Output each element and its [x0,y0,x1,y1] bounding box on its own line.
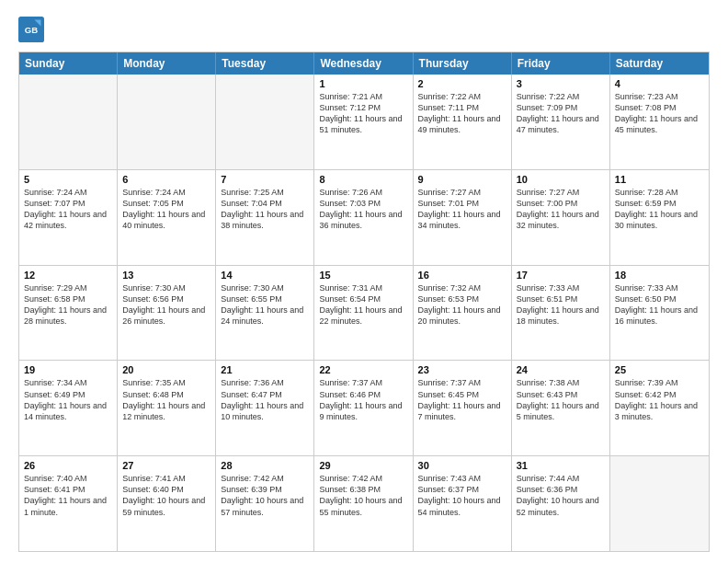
calendar-body: 1Sunrise: 7:21 AM Sunset: 7:12 PM Daylig… [19,75,709,551]
day-number: 18 [615,270,704,281]
day-info: Sunrise: 7:33 AM Sunset: 6:51 PM Dayligh… [517,282,605,327]
day-number: 6 [122,174,210,185]
calendar-cell: 19Sunrise: 7:34 AM Sunset: 6:49 PM Dayli… [19,361,118,455]
calendar-header: SundayMondayTuesdayWednesdayThursdayFrid… [19,52,709,75]
calendar-cell: 12Sunrise: 7:29 AM Sunset: 6:58 PM Dayli… [19,266,118,361]
calendar-row-2: 5Sunrise: 7:24 AM Sunset: 7:07 PM Daylig… [19,169,709,265]
day-number: 15 [319,270,407,281]
day-number: 2 [418,78,506,89]
day-info: Sunrise: 7:44 AM Sunset: 6:36 PM Dayligh… [517,473,605,518]
calendar-cell: 10Sunrise: 7:27 AM Sunset: 7:00 PM Dayli… [512,170,610,265]
day-number: 8 [319,174,407,185]
calendar-cell: 8Sunrise: 7:26 AM Sunset: 7:03 PM Daylig… [314,170,413,265]
calendar-cell: 26Sunrise: 7:40 AM Sunset: 6:41 PM Dayli… [19,456,118,551]
day-info: Sunrise: 7:25 AM Sunset: 7:04 PM Dayligh… [221,187,309,232]
calendar-cell [19,75,118,169]
calendar-cell: 16Sunrise: 7:32 AM Sunset: 6:53 PM Dayli… [414,266,512,361]
calendar-cell: 7Sunrise: 7:25 AM Sunset: 7:04 PM Daylig… [216,170,314,265]
day-number: 13 [122,270,210,281]
page: GB SundayMondayTuesdayWednesdayThursdayF… [0,0,728,563]
day-number: 16 [418,270,506,281]
calendar-cell: 17Sunrise: 7:33 AM Sunset: 6:51 PM Dayli… [512,266,610,361]
day-number: 20 [122,364,210,375]
calendar-cell: 11Sunrise: 7:28 AM Sunset: 6:59 PM Dayli… [610,170,709,265]
calendar-cell: 21Sunrise: 7:36 AM Sunset: 6:47 PM Dayli… [216,361,314,455]
calendar-cell: 3Sunrise: 7:22 AM Sunset: 7:09 PM Daylig… [512,75,610,169]
svg-text:GB: GB [25,25,38,35]
day-info: Sunrise: 7:27 AM Sunset: 7:00 PM Dayligh… [517,187,605,232]
calendar-cell: 20Sunrise: 7:35 AM Sunset: 6:48 PM Dayli… [118,361,216,455]
day-number: 1 [319,78,407,89]
calendar-row-3: 12Sunrise: 7:29 AM Sunset: 6:58 PM Dayli… [19,265,709,361]
day-info: Sunrise: 7:39 AM Sunset: 6:42 PM Dayligh… [615,377,704,422]
calendar-cell: 18Sunrise: 7:33 AM Sunset: 6:50 PM Dayli… [610,266,709,361]
calendar-cell [216,75,314,169]
calendar-cell: 28Sunrise: 7:42 AM Sunset: 6:39 PM Dayli… [216,456,314,551]
calendar-cell: 23Sunrise: 7:37 AM Sunset: 6:45 PM Dayli… [414,361,512,455]
logo-icon: GB [18,17,44,42]
day-number: 24 [517,364,605,375]
day-info: Sunrise: 7:38 AM Sunset: 6:43 PM Dayligh… [517,377,605,422]
day-number: 22 [319,364,407,375]
logo: GB [18,17,50,42]
day-info: Sunrise: 7:21 AM Sunset: 7:12 PM Dayligh… [319,91,407,136]
day-number: 11 [615,174,704,185]
calendar-cell: 15Sunrise: 7:31 AM Sunset: 6:54 PM Dayli… [314,266,413,361]
day-info: Sunrise: 7:24 AM Sunset: 7:07 PM Dayligh… [24,187,112,232]
header-cell-monday: Monday [118,52,216,75]
calendar-cell: 9Sunrise: 7:27 AM Sunset: 7:01 PM Daylig… [414,170,512,265]
day-number: 26 [24,460,112,471]
calendar: SundayMondayTuesdayWednesdayThursdayFrid… [18,52,710,552]
calendar-cell: 27Sunrise: 7:41 AM Sunset: 6:40 PM Dayli… [118,456,216,551]
calendar-cell: 29Sunrise: 7:42 AM Sunset: 6:38 PM Dayli… [314,456,413,551]
day-number: 19 [24,364,112,375]
day-number: 9 [418,174,506,185]
calendar-cell: 22Sunrise: 7:37 AM Sunset: 6:46 PM Dayli… [314,361,413,455]
calendar-cell: 2Sunrise: 7:22 AM Sunset: 7:11 PM Daylig… [414,75,512,169]
day-info: Sunrise: 7:30 AM Sunset: 6:55 PM Dayligh… [221,282,309,327]
day-info: Sunrise: 7:42 AM Sunset: 6:38 PM Dayligh… [319,473,407,518]
calendar-cell: 31Sunrise: 7:44 AM Sunset: 6:36 PM Dayli… [512,456,610,551]
day-number: 23 [418,364,506,375]
day-info: Sunrise: 7:35 AM Sunset: 6:48 PM Dayligh… [122,377,210,422]
calendar-cell [118,75,216,169]
day-number: 27 [122,460,210,471]
calendar-cell: 4Sunrise: 7:23 AM Sunset: 7:08 PM Daylig… [610,75,709,169]
day-number: 7 [221,174,309,185]
day-info: Sunrise: 7:40 AM Sunset: 6:41 PM Dayligh… [24,473,112,518]
header-cell-friday: Friday [512,52,610,75]
calendar-cell: 6Sunrise: 7:24 AM Sunset: 7:05 PM Daylig… [118,170,216,265]
day-number: 5 [24,174,112,185]
day-info: Sunrise: 7:42 AM Sunset: 6:39 PM Dayligh… [221,473,309,518]
header-cell-wednesday: Wednesday [314,52,413,75]
day-number: 10 [517,174,605,185]
day-number: 4 [615,78,704,89]
calendar-row-4: 19Sunrise: 7:34 AM Sunset: 6:49 PM Dayli… [19,360,709,455]
day-info: Sunrise: 7:37 AM Sunset: 6:46 PM Dayligh… [319,377,407,422]
calendar-row-5: 26Sunrise: 7:40 AM Sunset: 6:41 PM Dayli… [19,455,709,551]
day-info: Sunrise: 7:43 AM Sunset: 6:37 PM Dayligh… [418,473,506,518]
day-number: 17 [517,270,605,281]
calendar-cell: 14Sunrise: 7:30 AM Sunset: 6:55 PM Dayli… [216,266,314,361]
calendar-row-1: 1Sunrise: 7:21 AM Sunset: 7:12 PM Daylig… [19,75,709,169]
day-number: 14 [221,270,309,281]
calendar-cell: 25Sunrise: 7:39 AM Sunset: 6:42 PM Dayli… [610,361,709,455]
day-info: Sunrise: 7:24 AM Sunset: 7:05 PM Dayligh… [122,187,210,232]
day-number: 31 [517,460,605,471]
day-number: 12 [24,270,112,281]
day-number: 29 [319,460,407,471]
day-info: Sunrise: 7:31 AM Sunset: 6:54 PM Dayligh… [319,282,407,327]
calendar-cell: 5Sunrise: 7:24 AM Sunset: 7:07 PM Daylig… [19,170,118,265]
calendar-cell: 13Sunrise: 7:30 AM Sunset: 6:56 PM Dayli… [118,266,216,361]
header-cell-tuesday: Tuesday [216,52,314,75]
day-info: Sunrise: 7:32 AM Sunset: 6:53 PM Dayligh… [418,282,506,327]
day-number: 21 [221,364,309,375]
day-info: Sunrise: 7:30 AM Sunset: 6:56 PM Dayligh… [122,282,210,327]
day-info: Sunrise: 7:28 AM Sunset: 6:59 PM Dayligh… [615,187,704,232]
day-info: Sunrise: 7:34 AM Sunset: 6:49 PM Dayligh… [24,377,112,422]
day-number: 3 [517,78,605,89]
day-info: Sunrise: 7:29 AM Sunset: 6:58 PM Dayligh… [24,282,112,327]
header-cell-saturday: Saturday [610,52,709,75]
day-info: Sunrise: 7:37 AM Sunset: 6:45 PM Dayligh… [418,377,506,422]
header-cell-sunday: Sunday [19,52,118,75]
